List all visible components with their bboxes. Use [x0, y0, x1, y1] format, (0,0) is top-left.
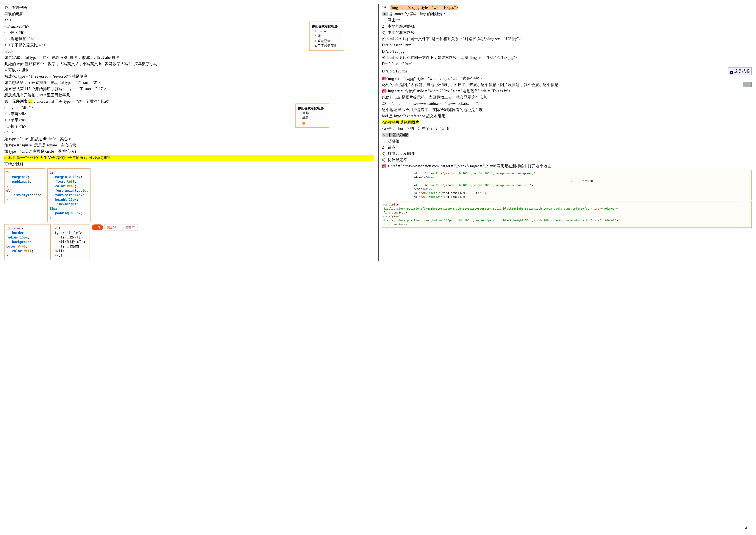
- text-highlight: src: [382, 12, 388, 16]
- text-line: 3）本地的相对路径: [382, 30, 752, 36]
- text-line: 喜欢的电影: [4, 11, 374, 17]
- menu-preview: 天猫 聚划算 天猫超市: [92, 224, 138, 231]
- text: 此处的 alt 是图片占位符。当地址出错时，图挂了，来展示这个信息；图片没问题，…: [382, 82, 743, 88]
- list-item: •: [300, 121, 327, 126]
- text-line: D:/a/b/lesson2.html: [382, 42, 752, 48]
- text: <img scr = "fy.jpg" style = "width:200px…: [386, 76, 482, 81]
- text-highlight: <img src = "sss.jpg style = "width:100px…: [390, 5, 458, 10]
- text-line: D:/a/b/c/123.jpg 这是范爷: [382, 67, 752, 75]
- text: <a href = "https://www.baidu.com" target…: [386, 164, 551, 168]
- text-line: 如 html 和图片不在同一文件下，是绝对路径，写法<img src = "D:…: [382, 55, 752, 61]
- text-line: 1）超链接: [382, 138, 752, 144]
- text-line: 例<a href = "https://www.baidu.com" targe…: [382, 163, 752, 169]
- broken-image-placeholder: 这是范爷: [728, 67, 752, 75]
- text-highlight: <a>标签可以包裹图片: [382, 120, 419, 125]
- text-line: 20、 <a href = "https://www.baidu.com">ww…: [382, 101, 752, 106]
- css-code-box-3: li:hover{ border-radius:15px; background…: [4, 224, 51, 260]
- text-line: 17、有序列表: [4, 5, 374, 11]
- text-line: 例<img scr = "fy.jpg" style = "width:200p…: [382, 88, 752, 94]
- broken-image-icon: [730, 70, 733, 73]
- text: D:/a/b/c/123.jpg: [382, 69, 407, 74]
- text-line: 19、<img src = "sss.jpg style = "width:10…: [382, 5, 752, 11]
- menu-item: 天猫超市: [120, 224, 138, 231]
- thumbnail-image: [743, 82, 752, 87]
- left-column: 17、有序列表 喜欢的电影 <ol> <li>marvel</li> <li>速…: [4, 4, 374, 261]
- list-item: 2. 速8: [314, 34, 341, 39]
- text-line: <a>标签的功能: [382, 132, 752, 138]
- text-line: 想从第几个开始拍，start 里面写数字几: [4, 92, 374, 98]
- text-line: src 是 source 的缩写，img 的地址分：: [382, 11, 752, 17]
- text-line: 如 html 和图片在同一文件下 ,是一种相对关系 ,相对路径 ,写法<img …: [382, 36, 752, 42]
- text-line: 如果想从第 117 个开始排序，就写<ol type = "i" start =…: [4, 86, 374, 92]
- text-line: 如 type = "square" 意思是 square，实心方块: [4, 142, 374, 148]
- text-line: 如 type = "circle" 意思是 circle，圈(空心圆): [4, 149, 374, 155]
- text-line: D:/a/b/123.jpg: [382, 48, 752, 54]
- arrow-icon: ←───: [466, 191, 472, 194]
- text: 标签的功能: [389, 133, 408, 137]
- css-code-box-1: *{ margin:0; padding:0; } ul{ list-style…: [4, 168, 45, 204]
- text-highlight: ul 和 li 是一个很好的天生父子结构(柜子与抽屉)，可以做导航栏: [4, 155, 374, 161]
- list-item: • 苹果 、: [300, 116, 327, 121]
- menu-item-active: 天猫: [92, 224, 103, 231]
- text-line: 1）网上 url: [382, 17, 752, 23]
- text-line: D:/a/b/lesson2.html: [382, 61, 752, 67]
- list-item: 1. marvel: [314, 29, 341, 34]
- text-line: 如果想从第 2 个开始排序，就写<ol type = "1" start = "…: [4, 80, 374, 86]
- example-label: 例: [382, 164, 386, 168]
- text: 是 source 的缩写，img 的地址分：: [388, 12, 446, 16]
- list-item: 3. 返老还童: [314, 39, 341, 43]
- box-title: 你们喜欢看的电影: [298, 106, 327, 111]
- text-line: </ul>: [4, 130, 374, 136]
- text-line: 此处的 alt 是图片占位符。当地址出错时，图挂了，来展示这个信息；图片没问题，…: [382, 82, 752, 88]
- text: <img scr = "fy.jpg" style = "width:200px…: [386, 89, 511, 93]
- menu-item: 聚划算: [104, 224, 119, 231]
- example-label: 例: [382, 89, 386, 93]
- text-line: 此处的 type 值只有五个：数字，大写英文 A，小写英文 b，罗马数字大写 I…: [4, 61, 374, 67]
- css-code-box-2: li{ margin:0 10px; float:left; color:#f4…: [47, 168, 91, 222]
- text: 标签可以包裹图片: [388, 120, 419, 125]
- html-code-box: <ul type="circle"> <li>天猫</li> <li>聚划算</…: [53, 224, 90, 260]
- text-line: 3）打电话，发邮件: [382, 151, 752, 156]
- text: 草莓: [302, 111, 309, 115]
- example-ol-box: 你们喜欢看的电影 1. marvel 2. 速8 3. 返老还童 4. 了不起盖…: [310, 21, 344, 51]
- text-line: 写成<ol type = "1" reversed = "reversed"> …: [4, 73, 374, 79]
- text-highlight: ul: [28, 99, 33, 103]
- html-syntax-box-2: <a style=" display:block;position:fixed;…: [382, 201, 752, 228]
- text-line: 例<img scr = "fy.jpg" style = "width:200p…: [382, 76, 752, 81]
- text: 19、: [382, 5, 390, 10]
- orange-dot-icon: [302, 122, 305, 125]
- list-item: 4. 了不起盖茨比: [314, 43, 341, 48]
- text-highlight: <a>标签的功能: [382, 133, 409, 137]
- text-bold: 无序列表: [12, 99, 28, 103]
- text-line: 此处的 title 是图片提示符。当鼠标放上去，就会显示这个信息: [382, 95, 752, 100]
- text-line: A 可以 27 进制: [4, 67, 374, 73]
- text: <a>: [383, 133, 389, 137]
- text-line: <a>标签可以包裹图片: [382, 120, 752, 125]
- html-syntax-box-1: <div id="demo1" style="width:100px;heigh…: [412, 170, 752, 200]
- text: 18、: [4, 99, 12, 103]
- text-line: 如 type = "disc" 意思是 discircle，实心圆: [4, 136, 374, 142]
- example-ul-box: 你们喜欢看的电影 • 草莓 • 苹果 、 •: [295, 103, 329, 128]
- text-line: <a>是 anchor --> 锚，定在某个点（置顶）: [382, 126, 752, 131]
- text-line: href 是 hyperText reference 超文本引用: [382, 113, 752, 119]
- text: 就以 ABC 排序， 改成 a，就以 abc 排序: [52, 55, 120, 60]
- text-line: 这个地址展示给用户是淘宝，实际给浏览器看的地址是百度: [382, 107, 752, 113]
- text: 如果写成：<ol type = "1">: [4, 55, 48, 60]
- text: 苹果: [302, 116, 309, 120]
- text-line: 2）本地的绝对路径: [382, 23, 752, 29]
- example-label: 例: [382, 76, 386, 81]
- text-line: 可维护性好: [4, 161, 374, 167]
- alt-text: 这是范爷: [734, 69, 750, 74]
- box-title: 你们喜欢看的电影: [312, 24, 341, 29]
- text-line: 2）锚点: [382, 145, 752, 150]
- text-line: 4）协议限定符: [382, 157, 752, 163]
- arrow-icon: ←───: [571, 180, 578, 183]
- text: <a>: [382, 120, 388, 125]
- text: ，unorder list 只有 type = ""这一个属性可以改: [33, 99, 109, 103]
- right-column: 19、<img src = "sss.jpg style = "width:10…: [378, 4, 752, 261]
- text-line: 如果写成：<ol type = "1"> 就以 ABC 排序， 改成 a，就以 …: [4, 55, 374, 61]
- list-item: • 草莓: [300, 111, 327, 116]
